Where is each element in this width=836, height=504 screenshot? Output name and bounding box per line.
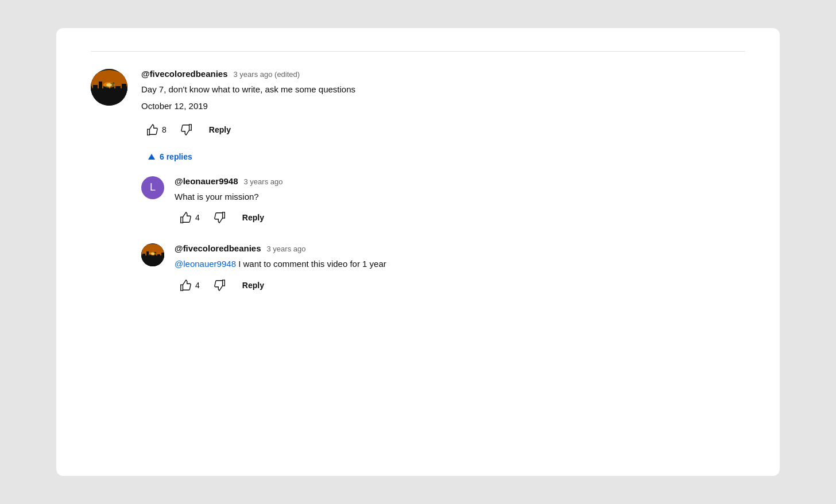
- reply-1-username: @leonauer9948: [175, 176, 238, 186]
- main-comment-body: @fivecoloredbeanies 3 years ago (edited)…: [141, 69, 745, 176]
- reply-1-body: @leonauer9948 3 years ago What is your m…: [175, 176, 745, 228]
- svg-point-10: [106, 83, 112, 87]
- main-comment-header: @fivecoloredbeanies 3 years ago (edited): [141, 69, 745, 79]
- svg-rect-31: [161, 253, 164, 259]
- reply-2-header: @fivecoloredbeanies 3 years ago: [175, 243, 745, 253]
- main-comment-date: October 12, 2019: [141, 101, 745, 111]
- svg-point-33: [151, 253, 154, 255]
- svg-rect-7: [115, 86, 121, 94]
- reply-1-text: What is your mission?: [175, 191, 745, 204]
- main-timestamp: 3 years ago (edited): [234, 70, 300, 79]
- reply-2-mention[interactable]: @leonauer9948: [175, 259, 236, 269]
- reply-1-like-count: 4: [195, 213, 200, 222]
- reply-1-avatar: L: [141, 176, 164, 199]
- main-dislike-button[interactable]: [176, 120, 198, 139]
- reply-1-reply-button[interactable]: Reply: [235, 210, 271, 226]
- main-comment: @fivecoloredbeanies 3 years ago (edited)…: [91, 69, 745, 176]
- thumbs-up-icon: [179, 211, 192, 224]
- svg-rect-27: [146, 251, 149, 259]
- top-divider: [91, 51, 745, 52]
- main-reply-button[interactable]: Reply: [202, 122, 238, 138]
- reply-2-like-button[interactable]: 4: [175, 276, 204, 295]
- reply-2-body: @fivecoloredbeanies 3 years ago @leonaue…: [175, 243, 745, 295]
- thumbs-down-icon: [214, 279, 226, 292]
- reply-2-actions: 4 Reply: [175, 276, 745, 295]
- replies-section: L @leonauer9948 3 years ago What is your…: [141, 176, 745, 295]
- svg-rect-26: [142, 254, 145, 259]
- svg-rect-8: [122, 84, 126, 94]
- reply-2-reply-button[interactable]: Reply: [235, 277, 271, 293]
- reply-2-avatar: [141, 243, 164, 266]
- reply-2-like-count: 4: [195, 281, 200, 290]
- reply-item: @fivecoloredbeanies 3 years ago @leonaue…: [141, 243, 745, 295]
- reply-2-username: @fivecoloredbeanies: [175, 243, 261, 253]
- svg-rect-4: [99, 82, 102, 94]
- thumbs-up-icon: [146, 123, 158, 136]
- replies-count-label: 6 replies: [160, 152, 192, 161]
- reply-2-text-content: I want to comment this video for 1 year: [236, 259, 386, 269]
- main-like-count: 8: [162, 125, 167, 134]
- thumbs-down-icon: [180, 123, 193, 136]
- main-comment-actions: 8 Reply: [141, 120, 745, 139]
- reply-item: L @leonauer9948 3 years ago What is your…: [141, 176, 745, 228]
- reply-1-actions: 4 Reply: [175, 208, 745, 227]
- reply-1-dislike-button[interactable]: [209, 208, 231, 227]
- svg-rect-30: [157, 254, 160, 259]
- main-like-button[interactable]: 8: [141, 120, 171, 139]
- thumbs-down-icon: [214, 211, 226, 224]
- main-avatar: [91, 69, 127, 106]
- chevron-up-icon: [148, 154, 155, 160]
- reply-2-text: @leonauer9948 I want to comment this vid…: [175, 258, 745, 271]
- reply-1-timestamp: 3 years ago: [244, 177, 283, 186]
- comments-card: @fivecoloredbeanies 3 years ago (edited)…: [56, 28, 780, 476]
- svg-rect-3: [93, 85, 98, 94]
- thumbs-up-icon: [179, 279, 192, 292]
- reply-1-like-button[interactable]: 4: [175, 208, 204, 227]
- main-comment-text: Day 7, don't know what to write, ask me …: [141, 83, 745, 96]
- reply-1-header: @leonauer9948 3 years ago: [175, 176, 745, 186]
- reply-2-dislike-button[interactable]: [209, 276, 231, 295]
- main-username: @fivecoloredbeanies: [141, 69, 228, 79]
- replies-toggle-button[interactable]: 6 replies: [141, 149, 199, 165]
- reply-2-timestamp: 3 years ago: [267, 245, 306, 253]
